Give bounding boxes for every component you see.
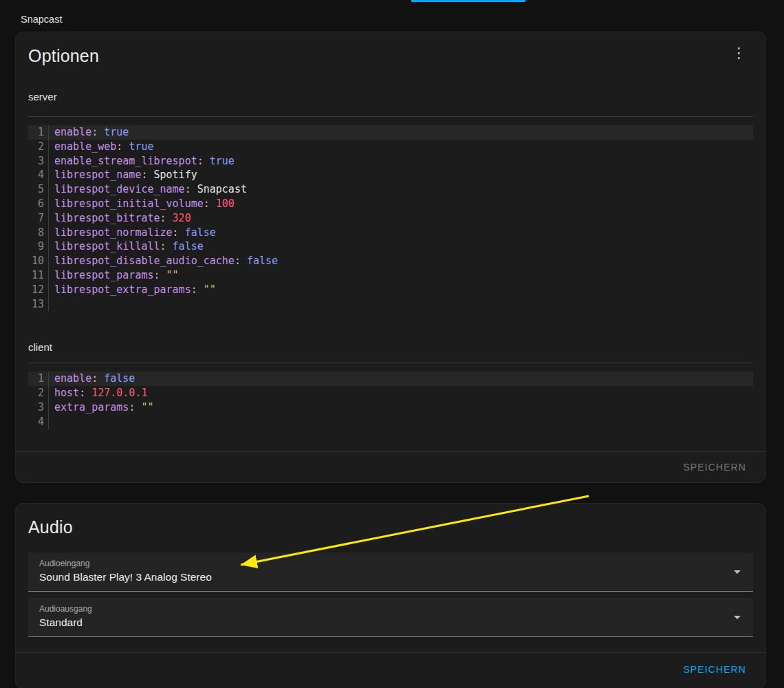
line-number: 6 [28,197,49,211]
code-line[interactable]: 10librespot_disable_audio_cache: false [28,254,753,268]
code-line[interactable]: 8librespot_normalize: false [28,226,753,240]
line-number: 3 [28,154,49,169]
line-number: 7 [28,211,49,226]
dropdown-arrow-icon [734,616,741,619]
code-line[interactable]: 7librespot_bitrate: 320 [28,211,753,226]
code-line-text: librespot_device_name: Snapcast [49,182,753,197]
line-number: 1 [28,372,49,386]
code-line[interactable]: 3enable_stream_librespot: true [28,154,753,169]
audio-output-label: Audioausgang [39,604,92,614]
line-number: 3 [28,400,49,415]
code-line[interactable]: 3extra_params: "" [28,400,753,415]
code-line-text: enable: false [49,372,753,386]
code-line-text: librespot_params: "" [49,268,753,283]
save-audio-button[interactable]: SPEICHERN [677,660,752,679]
line-number: 2 [28,386,49,400]
line-number: 13 [28,297,49,312]
line-number: 4 [28,415,49,429]
code-line[interactable]: 2enable_web: true [28,140,753,154]
yaml-editor-client[interactable]: 1enable: false2host: 127.0.0.13extra_par… [28,363,753,434]
line-number: 10 [28,254,49,268]
options-card-title: Optionen [28,46,753,66]
code-line[interactable]: 9librespot_killall: false [28,239,753,254]
audio-input-select[interactable]: Audioeingang Sound Blaster Play! 3 Analo… [28,552,753,592]
line-number: 5 [28,182,49,197]
code-line-text: enable_web: true [49,140,753,154]
line-number: 12 [28,283,49,297]
audio-output-select[interactable]: Audioausgang Standard [28,598,753,637]
code-line-text: librespot_extra_params: "" [49,283,753,297]
code-line-text: enable_stream_librespot: true [49,154,753,169]
code-line[interactable]: 4librespot_name: Spotify [28,168,753,182]
code-line-text: host: 127.0.0.1 [49,386,753,400]
code-line[interactable]: 5librespot_device_name: Snapcast [28,182,753,197]
line-number: 8 [28,226,49,240]
line-number: 2 [28,140,49,154]
breadcrumb: Snapcast [0,0,784,25]
code-line[interactable]: 6librespot_initial_volume: 100 [28,197,753,211]
code-line-text: enable: true [49,125,753,140]
code-line[interactable]: 1enable: true [28,125,753,140]
code-line-text: librespot_disable_audio_cache: false [49,254,753,268]
code-line[interactable]: 4 [28,415,753,429]
dropdown-arrow-icon [734,570,741,574]
code-line-text: librespot_bitrate: 320 [49,211,753,226]
audio-output-value: Standard [39,616,83,629]
code-line-text: librespot_killall: false [49,239,753,254]
code-line-text: extra_params: "" [49,400,753,415]
save-options-button[interactable]: SPEICHERN [677,458,752,477]
code-line[interactable]: 12librespot_extra_params: "" [28,283,753,297]
section-label-server: server [28,91,753,103]
line-number: 1 [28,125,49,140]
code-line-text: librespot_normalize: false [49,226,753,240]
code-line[interactable]: 2host: 127.0.0.1 [28,386,753,400]
section-label-client: client [28,341,753,353]
audio-input-value: Sound Blaster Play! 3 Analog Stereo [39,571,212,583]
audio-card: Audio Audioeingang Sound Blaster Play! 3… [15,503,766,688]
yaml-editor-server[interactable]: 1enable: true2enable_web: true3enable_st… [28,116,753,316]
code-line-text [49,415,753,429]
audio-input-label: Audioeingang [39,559,89,568]
code-line-text [49,297,753,312]
audio-card-title: Audio [28,517,753,537]
active-tab-indicator [411,0,525,2]
kebab-menu-icon[interactable]: ⋮ [726,42,752,63]
code-line[interactable]: 11librespot_params: "" [28,268,753,283]
options-card: Optionen ⋮ server 1enable: true2enable_w… [15,32,766,483]
code-line[interactable]: 13 [28,297,753,312]
code-line-text: librespot_initial_volume: 100 [49,197,753,211]
line-number: 11 [28,268,49,283]
code-line-text: librespot_name: Spotify [49,168,753,182]
code-line[interactable]: 1enable: false [28,372,753,386]
line-number: 4 [28,168,49,182]
line-number: 9 [28,239,49,254]
